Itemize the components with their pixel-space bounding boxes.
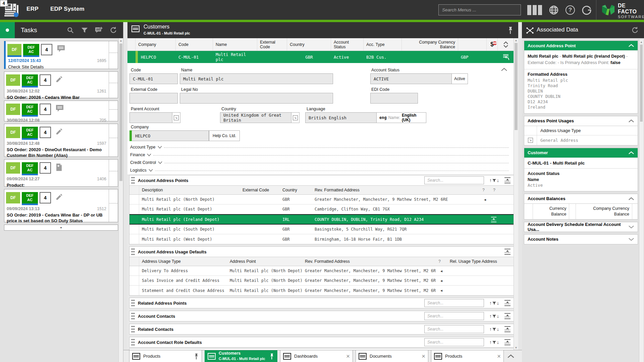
assoc-section-header[interactable]: Account Address Point [524,41,638,50]
section-search-input[interactable] [424,312,484,320]
col-account-status[interactable]: Account Status [331,38,364,51]
chevron-up-icon[interactable] [628,44,634,47]
col-description[interactable]: Description [139,188,240,192]
sort-filter-icon[interactable]: ↑↓ [489,178,499,183]
assoc-section-header[interactable]: Account Notes [524,235,638,244]
col-country[interactable]: Country [280,188,312,192]
tasks-scrollbar[interactable]: ▲ [118,38,123,362]
assoc-section-header[interactable]: Account Balances [524,194,638,203]
language-field[interactable]: British English [305,112,377,123]
edi-code-field[interactable] [370,93,418,104]
sort-filter-icon[interactable]: ↑↓ [489,340,499,345]
col-address-usage-type[interactable]: Address Usage Type [139,259,227,264]
collapse-form-icon[interactable] [501,68,507,71]
col-company-currency-balance[interactable]: Company Currency Balance [576,204,632,219]
address-point-row-selected[interactable]: Multi Retail plc (Ireland Depot) IRL COU… [129,214,515,225]
collapse-section-icon[interactable] [504,326,511,333]
task-card[interactable]: DF DEFAC 4 30/08/2024 12:48 1597 SO Orde… [4,124,118,157]
col-company-currency-balance[interactable]: Company Currency Balance [402,38,458,51]
usage-default-row[interactable]: Sales Invoice and Credit Address Multi R… [129,276,515,286]
open-record-icon[interactable] [498,51,514,63]
refresh-icon[interactable] [631,26,639,34]
address-point-row[interactable]: Multi Retail plc (West Depot) GBR Birmin… [129,234,515,244]
col-address-point[interactable]: Address Point [227,259,302,264]
close-icon[interactable]: × [422,353,425,359]
task-card[interactable]: DF DEFAC 4 09/09/2024 13:13 1512 SO Orde… [4,189,118,222]
chevron-up-icon[interactable] [628,197,634,200]
sort-filter-icon[interactable]: ↑↓ [489,313,499,319]
close-icon[interactable]: × [497,353,501,359]
col-external-code[interactable]: External Code [257,38,287,51]
section-credit-control[interactable]: Credit Control [130,160,509,165]
right-scrollbar[interactable]: ▲ [639,40,643,362]
col-acc-type[interactable]: Acc. Type [364,38,402,51]
assoc-section-header[interactable]: Account Delivery Schedule External Accou… [524,222,638,232]
col-rev-formatted-address[interactable]: Rev. Formatted Address [312,188,480,192]
col-code[interactable]: Code [176,38,213,51]
search-icon[interactable] [67,26,74,34]
collapse-section-icon[interactable] [504,248,511,255]
globe-icon[interactable] [548,5,559,15]
task-card[interactable]: DF DEFAC 4 30/08/2024 12:02 1261 SO Orde… [4,71,118,98]
col-rev-formatted-address[interactable]: Rev. Formatted Address [302,259,436,264]
col-question[interactable]: ? [436,259,447,264]
drag-handle-icon[interactable] [131,248,135,256]
sort-filter-icon[interactable]: ↑↓ [489,300,499,306]
no-currency-icon[interactable]: $ [487,38,498,51]
legal-no-field[interactable] [180,93,333,104]
section-search-input[interactable] [424,325,484,333]
col-rel-usage-type-address[interactable]: Rel. Usage Type Address [447,259,505,264]
task-card[interactable]: DF DEFAC 4 09/09/2024 12:27 1406 Product… [4,159,118,187]
pin-icon[interactable] [507,26,514,34]
col-currency-balance[interactable]: Currency Balance [533,204,570,219]
usage-default-row[interactable]: Delivery To Address Multi Retail plc (No… [129,266,515,276]
chevron-down-icon[interactable] [628,225,634,229]
task-card[interactable]: DF DEFAC 4 12/07/2024 15:43 1695 Check S… [4,41,118,69]
refresh-icon[interactable] [110,26,117,34]
collapse-tabbar-icon[interactable] [507,354,515,358]
sort-filter-icon[interactable]: ↑↓ [489,326,499,332]
assoc-section-header[interactable]: Customer [524,148,638,158]
parent-account-lookup-icon[interactable]: ↘ [172,112,180,123]
col-company[interactable]: Company [136,38,176,51]
collapse-section-icon[interactable] [504,300,511,306]
col-question[interactable]: ? [480,188,490,192]
section-logistics[interactable]: Logistics [130,168,509,173]
collapse-section-icon[interactable] [504,339,511,346]
close-icon[interactable]: × [346,353,350,359]
usage-default-row[interactable]: Statement and Credit Chase Address Multi… [129,286,515,295]
logout-icon[interactable] [581,5,592,15]
assoc-section-header[interactable]: Address Point Usages [524,116,638,126]
country-field[interactable]: United Kingdom of Great Britain [220,112,291,123]
code-field[interactable]: C-MUL-01 [129,73,178,84]
parent-account-field[interactable] [129,112,172,123]
col-address-usage-type[interactable]: Address Usage Type [537,128,581,133]
task-card[interactable]: DF DEFAC 4 30/08/2024 12:08 705 [4,101,118,121]
collapse-section-icon[interactable] [504,313,511,319]
help-icon[interactable]: ? [566,5,575,15]
address-point-row[interactable]: Multi Retail plc (North Depot) GBR Great… [129,195,515,204]
section-search-input[interactable] [424,338,484,346]
drag-handle-icon[interactable] [131,299,135,307]
tab-products-1[interactable]: Products [129,350,202,362]
menu-search-input[interactable] [438,4,521,15]
layout-columns-icon[interactable] [527,5,542,15]
drag-handle-icon[interactable] [131,338,135,346]
chevron-up-icon[interactable] [628,151,634,155]
address-point-row[interactable]: Multi Retail plc (South Depot) GBR Basin… [129,225,515,234]
usage-row[interactable]: ↘ General Address [524,135,638,145]
section-search-input[interactable] [424,299,484,307]
company-name-button[interactable]: Help Co. Ltd. [209,130,240,141]
tasks-pager[interactable]: ● [4,225,118,231]
tab-documents[interactable]: Documents × [356,350,428,362]
drag-handle-icon[interactable] [131,325,135,333]
col-question[interactable]: ? [490,188,501,192]
drag-handle-icon[interactable] [131,312,135,320]
collapse-section-icon[interactable] [504,177,511,184]
col-external-code[interactable]: External Code [240,188,280,192]
main-scrollbar[interactable]: ▲ ▼ [514,38,518,350]
add-comment-icon[interactable] [95,26,103,34]
external-code-field[interactable] [129,93,178,104]
section-account-type[interactable]: Account Type [130,145,509,149]
pin-icon[interactable] [269,353,274,360]
